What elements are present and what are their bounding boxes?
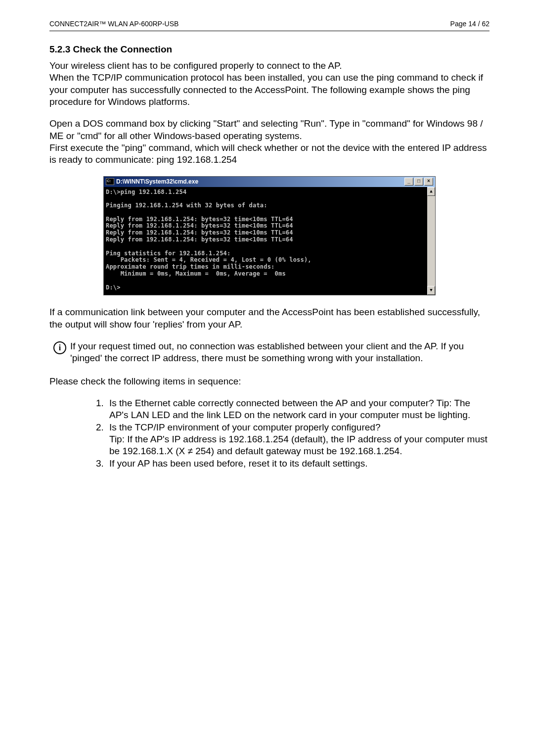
maximize-button[interactable]: □ [414,178,423,186]
info-callout: i If your request timed out, no connecti… [49,340,490,365]
cmd-title: D:\WINNT\System32\cmd.exe [116,178,198,185]
header-right: Page 14 / 62 [450,20,490,28]
page-header: CONNECT2AIR™ WLAN AP-600RP-USB Page 14 /… [49,20,490,28]
cmd-window-icon: C: [106,178,114,185]
cmd-scrollbar[interactable]: ▲ ▼ [427,187,435,295]
paragraph-2: Open a DOS command box by clicking "Star… [49,118,490,166]
checklist-item-text: Is the TCP/IP environment of your comput… [109,422,488,457]
header-left: CONNECT2AIR™ WLAN AP-600RP-USB [49,20,178,28]
header-divider [49,31,490,31]
checklist: Is the Ethernet cable correctly connecte… [49,397,490,470]
checklist-item-text: Is the Ethernet cable correctly connecte… [109,398,470,420]
cmd-body: D:\>ping 192.168.1.254 Pinging 192.168.1… [104,187,427,295]
section-heading: 5.2.3 Check the Connection [49,44,490,55]
paragraph-after-cmd: If a communication link between your com… [49,306,490,331]
checklist-item: Is the TCP/IP environment of your comput… [106,422,490,458]
page: CONNECT2AIR™ WLAN AP-600RP-USB Page 14 /… [0,0,534,470]
cmd-title-left: C: D:\WINNT\System32\cmd.exe [106,178,198,185]
cmd-body-wrap: D:\>ping 192.168.1.254 Pinging 192.168.1… [104,187,435,295]
cmd-window-buttons: _ □ × [404,178,433,186]
cmd-window-wrap: C: D:\WINNT\System32\cmd.exe _ □ × D:\>p… [49,176,490,296]
checklist-item: Is the Ethernet cable correctly connecte… [106,397,490,422]
checklist-item: If your AP has been used before, reset i… [106,458,490,470]
paragraph-1: Your wireless client has to be configure… [49,60,490,108]
info-icon: i [53,341,66,354]
checklist-item-text: If your AP has been used before, reset i… [109,458,367,469]
checklist-intro: Please check the following items in sequ… [49,376,490,387]
scroll-down-icon[interactable]: ▼ [427,286,435,295]
minimize-button[interactable]: _ [404,178,413,186]
close-button[interactable]: × [424,178,433,186]
cmd-titlebar: C: D:\WINNT\System32\cmd.exe _ □ × [104,177,435,187]
info-text: If your request timed out, no connection… [70,340,490,365]
scroll-up-icon[interactable]: ▲ [427,187,435,196]
cmd-window: C: D:\WINNT\System32\cmd.exe _ □ × D:\>p… [103,176,436,296]
